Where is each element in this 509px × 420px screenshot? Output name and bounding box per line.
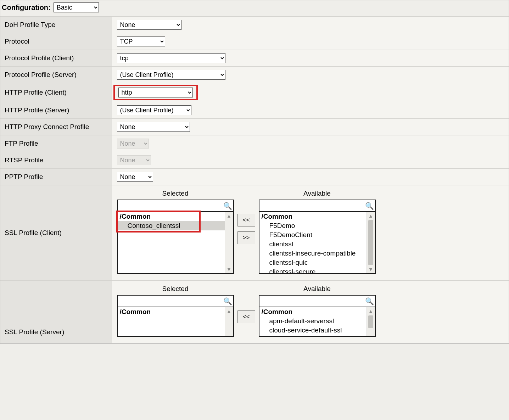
row-label-rtsp: RTSP Profile bbox=[0, 152, 112, 169]
list-item[interactable]: clientssl-quic bbox=[259, 258, 367, 267]
list-group: /Common bbox=[118, 307, 225, 317]
scrollbar[interactable]: ▲ ▼ bbox=[225, 212, 233, 273]
list-group: /Common bbox=[118, 212, 225, 221]
list-group: /Common bbox=[259, 212, 367, 221]
available-header: Available bbox=[259, 285, 376, 293]
ssl-client-selected-list[interactable]: /CommonContoso_clientssl bbox=[118, 212, 225, 273]
http-profile-client-highlight: http bbox=[113, 85, 198, 100]
selected-header: Selected bbox=[117, 190, 234, 197]
selected-header: Selected bbox=[117, 285, 234, 293]
scroll-down-icon[interactable]: ▼ bbox=[368, 265, 373, 273]
http-proxy-connect-profile-select[interactable]: None bbox=[117, 122, 190, 132]
row-label-ftp: FTP Profile bbox=[0, 135, 112, 152]
scroll-thumb[interactable] bbox=[368, 315, 373, 328]
row-label-pps: Protocol Profile (Server) bbox=[0, 67, 112, 83]
list-item[interactable]: F5Demo bbox=[259, 221, 367, 230]
configuration-select[interactable]: Basic bbox=[54, 2, 99, 12]
ssl-client-selected-search[interactable]: 🔍 bbox=[117, 200, 234, 212]
ssl-server-selected-list[interactable]: /Common bbox=[118, 307, 225, 336]
http-profile-client-select[interactable]: http bbox=[118, 88, 193, 97]
doh-profile-type-select[interactable]: None bbox=[117, 20, 181, 30]
search-icon: 🔍 bbox=[223, 297, 233, 306]
row-label-hpcp: HTTP Proxy Connect Profile bbox=[0, 119, 112, 135]
scrollbar[interactable]: ▲ ▼ bbox=[225, 307, 233, 336]
list-item[interactable]: clientssl-insecure-compatible bbox=[259, 249, 367, 258]
properties-table: DoH Profile Type None Protocol TCP Proto… bbox=[0, 16, 509, 343]
search-icon: 🔍 bbox=[364, 297, 375, 306]
config-panel: Configuration: Basic DoH Profile Type No… bbox=[0, 0, 509, 344]
scrollbar[interactable]: ▲ ▼ bbox=[367, 212, 375, 273]
available-header: Available bbox=[259, 190, 376, 197]
config-bar: Configuration: Basic bbox=[0, 0, 509, 16]
configuration-label: Configuration: bbox=[2, 4, 51, 12]
pptp-profile-select[interactable]: None bbox=[117, 172, 153, 182]
ssl-client-selected-search-input[interactable] bbox=[118, 201, 223, 211]
scroll-thumb[interactable] bbox=[368, 220, 373, 265]
scroll-up-icon[interactable]: ▲ bbox=[226, 307, 231, 315]
ssl-server-dual-list: Selected 🔍 /Common ▲ ▼ bbox=[117, 284, 504, 340]
move-left-button[interactable]: << bbox=[237, 214, 255, 226]
ssl-server-available-search-input[interactable] bbox=[259, 296, 364, 306]
row-label-sslc: SSL Profile (Client) bbox=[0, 185, 112, 281]
search-icon: 🔍 bbox=[364, 202, 375, 210]
ssl-client-dual-list: Selected 🔍 /CommonContoso_clientssl ▲ ▼ bbox=[117, 188, 504, 278]
scroll-up-icon[interactable]: ▲ bbox=[226, 212, 231, 220]
scroll-up-icon[interactable]: ▲ bbox=[368, 212, 373, 220]
list-item[interactable]: cloud-service-default-ssl bbox=[259, 326, 367, 335]
list-item[interactable]: clientssl bbox=[259, 240, 367, 249]
move-right-button[interactable]: >> bbox=[237, 231, 255, 244]
rtsp-profile-select: None bbox=[117, 155, 151, 165]
list-item[interactable]: Contoso_clientssl bbox=[118, 221, 225, 230]
list-group: /Common bbox=[259, 307, 367, 317]
row-label-ssls: SSL Profile (Server) bbox=[0, 281, 112, 343]
ssl-server-selected-search-input[interactable] bbox=[118, 296, 223, 306]
ftp-profile-select: None bbox=[117, 139, 149, 149]
search-icon: 🔍 bbox=[223, 202, 233, 210]
http-profile-server-select[interactable]: (Use Client Profile) bbox=[117, 105, 191, 115]
row-label-ppc: Protocol Profile (Client) bbox=[0, 50, 112, 67]
scroll-up-icon[interactable]: ▲ bbox=[368, 307, 373, 315]
list-item[interactable]: apm-default-serverssl bbox=[259, 317, 367, 326]
ssl-server-available-list[interactable]: /Commonapm-default-serversslcloud-servic… bbox=[259, 307, 367, 336]
ssl-client-available-search[interactable]: 🔍 bbox=[259, 200, 376, 212]
ssl-client-available-list[interactable]: /CommonF5DemoF5DemoClientclientsslclient… bbox=[259, 212, 367, 273]
row-label-hpc: HTTP Profile (Client) bbox=[0, 83, 112, 102]
protocol-profile-client-select[interactable]: tcp bbox=[117, 53, 225, 63]
scroll-down-icon[interactable]: ▼ bbox=[226, 265, 231, 273]
protocol-select[interactable]: TCP bbox=[117, 37, 165, 46]
ssl-client-available-search-input[interactable] bbox=[259, 201, 364, 211]
row-label-pptp: PPTP Profile bbox=[0, 169, 112, 185]
row-label-hps: HTTP Profile (Server) bbox=[0, 102, 112, 119]
list-item[interactable]: clientssl-secure bbox=[259, 267, 367, 273]
row-label-protocol: Protocol bbox=[0, 33, 112, 50]
row-label-doh: DoH Profile Type bbox=[0, 17, 112, 33]
ssl-server-available-search[interactable]: 🔍 bbox=[259, 295, 376, 307]
ssl-server-selected-search[interactable]: 🔍 bbox=[117, 295, 234, 307]
scrollbar[interactable]: ▲ ▼ bbox=[367, 307, 375, 336]
protocol-profile-server-select[interactable]: (Use Client Profile) bbox=[117, 70, 225, 80]
move-left-button[interactable]: << bbox=[237, 310, 255, 323]
list-item[interactable]: F5DemoClient bbox=[259, 230, 367, 240]
